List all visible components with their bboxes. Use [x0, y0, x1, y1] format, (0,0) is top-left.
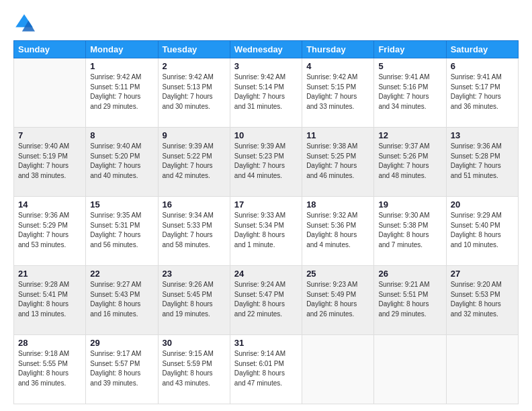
day-info: Sunrise: 9:42 AMSunset: 5:13 PMDaylight:…	[163, 73, 226, 111]
day-number: 24	[234, 269, 298, 279]
day-info: Sunrise: 9:40 AMSunset: 5:20 PMDaylight:…	[90, 142, 153, 181]
day-info: Sunrise: 9:34 AMSunset: 5:33 PMDaylight:…	[163, 211, 226, 250]
calendar: SundayMondayTuesdayWednesdayThursdayFrid…	[13, 40, 519, 404]
day-number: 14	[18, 199, 81, 210]
day-info: Sunrise: 9:21 AMSunset: 5:51 PMDaylight:…	[378, 280, 441, 319]
day-info: Sunrise: 9:23 AMSunset: 5:49 PMDaylight:…	[306, 280, 369, 319]
day-number: 27	[451, 269, 514, 279]
day-number: 21	[18, 269, 81, 279]
day-info: Sunrise: 9:40 AMSunset: 5:19 PMDaylight:…	[18, 142, 81, 181]
calendar-cell: 10Sunrise: 9:39 AMSunset: 5:23 PMDayligh…	[230, 128, 302, 197]
calendar-cell: 5Sunrise: 9:41 AMSunset: 5:16 PMDaylight…	[374, 58, 446, 128]
day-number: 22	[90, 269, 153, 279]
day-number: 3	[234, 61, 298, 71]
day-info: Sunrise: 9:28 AMSunset: 5:41 PMDaylight:…	[18, 280, 81, 319]
day-info: Sunrise: 9:17 AMSunset: 5:57 PMDaylight:…	[90, 349, 153, 388]
calendar-cell: 22Sunrise: 9:27 AMSunset: 5:43 PMDayligh…	[86, 266, 158, 335]
page: SundayMondayTuesdayWednesdayThursdayFrid…	[0, 0, 532, 411]
calendar-cell: 16Sunrise: 9:34 AMSunset: 5:33 PMDayligh…	[158, 197, 230, 266]
day-info: Sunrise: 9:42 AMSunset: 5:14 PMDaylight:…	[234, 73, 298, 111]
weekday-header-row: SundayMondayTuesdayWednesdayThursdayFrid…	[14, 41, 519, 58]
calendar-cell: 13Sunrise: 9:36 AMSunset: 5:28 PMDayligh…	[446, 128, 518, 197]
calendar-cell: 24Sunrise: 9:24 AMSunset: 5:47 PMDayligh…	[230, 266, 302, 335]
day-number: 13	[451, 130, 514, 140]
calendar-cell: 12Sunrise: 9:37 AMSunset: 5:26 PMDayligh…	[374, 128, 446, 197]
day-info: Sunrise: 9:35 AMSunset: 5:31 PMDaylight:…	[90, 211, 153, 250]
calendar-cell	[14, 58, 86, 128]
calendar-cell: 2Sunrise: 9:42 AMSunset: 5:13 PMDaylight…	[158, 58, 230, 128]
day-number: 18	[306, 199, 369, 210]
day-number: 20	[451, 199, 514, 210]
day-info: Sunrise: 9:18 AMSunset: 5:55 PMDaylight:…	[18, 349, 81, 388]
day-number: 31	[234, 338, 298, 348]
calendar-cell: 30Sunrise: 9:15 AMSunset: 5:59 PMDayligh…	[158, 335, 230, 404]
calendar-cell: 29Sunrise: 9:17 AMSunset: 5:57 PMDayligh…	[86, 335, 158, 404]
day-info: Sunrise: 9:37 AMSunset: 5:26 PMDaylight:…	[378, 142, 441, 181]
day-info: Sunrise: 9:33 AMSunset: 5:34 PMDaylight:…	[234, 211, 298, 250]
calendar-cell: 7Sunrise: 9:40 AMSunset: 5:19 PMDaylight…	[14, 128, 86, 197]
calendar-cell: 1Sunrise: 9:42 AMSunset: 5:11 PMDaylight…	[86, 58, 158, 128]
day-number: 29	[90, 338, 153, 348]
calendar-cell: 4Sunrise: 9:42 AMSunset: 5:15 PMDaylight…	[302, 58, 374, 128]
calendar-cell: 6Sunrise: 9:41 AMSunset: 5:17 PMDaylight…	[446, 58, 518, 128]
day-number: 7	[18, 130, 81, 140]
day-info: Sunrise: 9:39 AMSunset: 5:22 PMDaylight:…	[163, 142, 226, 181]
calendar-cell: 9Sunrise: 9:39 AMSunset: 5:22 PMDaylight…	[158, 128, 230, 197]
calendar-cell: 18Sunrise: 9:32 AMSunset: 5:36 PMDayligh…	[302, 197, 374, 266]
calendar-cell: 27Sunrise: 9:20 AMSunset: 5:53 PMDayligh…	[446, 266, 518, 335]
calendar-cell: 19Sunrise: 9:30 AMSunset: 5:38 PMDayligh…	[374, 197, 446, 266]
day-number: 4	[306, 61, 369, 71]
day-info: Sunrise: 9:15 AMSunset: 5:59 PMDaylight:…	[163, 349, 226, 388]
day-info: Sunrise: 9:29 AMSunset: 5:40 PMDaylight:…	[451, 211, 514, 250]
day-info: Sunrise: 9:41 AMSunset: 5:17 PMDaylight:…	[451, 73, 514, 111]
day-info: Sunrise: 9:42 AMSunset: 5:11 PMDaylight:…	[90, 73, 153, 111]
day-info: Sunrise: 9:26 AMSunset: 5:45 PMDaylight:…	[163, 280, 226, 319]
day-number: 8	[90, 130, 153, 140]
calendar-cell	[374, 335, 446, 404]
weekday-wednesday: Wednesday	[230, 41, 302, 58]
day-info: Sunrise: 9:32 AMSunset: 5:36 PMDaylight:…	[306, 211, 369, 250]
day-number: 9	[163, 130, 226, 140]
calendar-cell: 26Sunrise: 9:21 AMSunset: 5:51 PMDayligh…	[374, 266, 446, 335]
weekday-saturday: Saturday	[446, 41, 518, 58]
week-row-2: 7Sunrise: 9:40 AMSunset: 5:19 PMDaylight…	[14, 128, 519, 197]
weekday-monday: Monday	[86, 41, 158, 58]
calendar-cell: 15Sunrise: 9:35 AMSunset: 5:31 PMDayligh…	[86, 197, 158, 266]
day-number: 6	[451, 61, 514, 71]
day-number: 30	[163, 338, 226, 348]
weekday-friday: Friday	[374, 41, 446, 58]
calendar-cell	[302, 335, 374, 404]
day-number: 19	[378, 199, 441, 210]
day-number: 12	[378, 130, 441, 140]
day-number: 15	[90, 199, 153, 210]
calendar-cell: 20Sunrise: 9:29 AMSunset: 5:40 PMDayligh…	[446, 197, 518, 266]
weekday-sunday: Sunday	[14, 41, 86, 58]
calendar-cell: 17Sunrise: 9:33 AMSunset: 5:34 PMDayligh…	[230, 197, 302, 266]
day-info: Sunrise: 9:39 AMSunset: 5:23 PMDaylight:…	[234, 142, 298, 181]
day-number: 26	[378, 269, 441, 279]
calendar-cell: 14Sunrise: 9:36 AMSunset: 5:29 PMDayligh…	[14, 197, 86, 266]
day-info: Sunrise: 9:30 AMSunset: 5:38 PMDaylight:…	[378, 211, 441, 250]
calendar-cell	[446, 335, 518, 404]
header	[13, 12, 519, 34]
day-info: Sunrise: 9:24 AMSunset: 5:47 PMDaylight:…	[234, 280, 298, 319]
day-info: Sunrise: 9:20 AMSunset: 5:53 PMDaylight:…	[451, 280, 514, 319]
calendar-cell: 21Sunrise: 9:28 AMSunset: 5:41 PMDayligh…	[14, 266, 86, 335]
week-row-5: 28Sunrise: 9:18 AMSunset: 5:55 PMDayligh…	[14, 335, 519, 404]
calendar-cell: 25Sunrise: 9:23 AMSunset: 5:49 PMDayligh…	[302, 266, 374, 335]
week-row-4: 21Sunrise: 9:28 AMSunset: 5:41 PMDayligh…	[14, 266, 519, 335]
week-row-3: 14Sunrise: 9:36 AMSunset: 5:29 PMDayligh…	[14, 197, 519, 266]
day-number: 1	[90, 61, 153, 71]
day-number: 28	[18, 338, 81, 348]
day-number: 5	[378, 61, 441, 71]
calendar-cell: 31Sunrise: 9:14 AMSunset: 6:01 PMDayligh…	[230, 335, 302, 404]
logo-icon	[13, 12, 35, 34]
calendar-cell: 28Sunrise: 9:18 AMSunset: 5:55 PMDayligh…	[14, 335, 86, 404]
day-number: 25	[306, 269, 369, 279]
logo	[13, 12, 38, 34]
calendar-cell: 11Sunrise: 9:38 AMSunset: 5:25 PMDayligh…	[302, 128, 374, 197]
day-number: 16	[163, 199, 226, 210]
day-info: Sunrise: 9:36 AMSunset: 5:28 PMDaylight:…	[451, 142, 514, 181]
day-number: 10	[234, 130, 298, 140]
week-row-1: 1Sunrise: 9:42 AMSunset: 5:11 PMDaylight…	[14, 58, 519, 128]
